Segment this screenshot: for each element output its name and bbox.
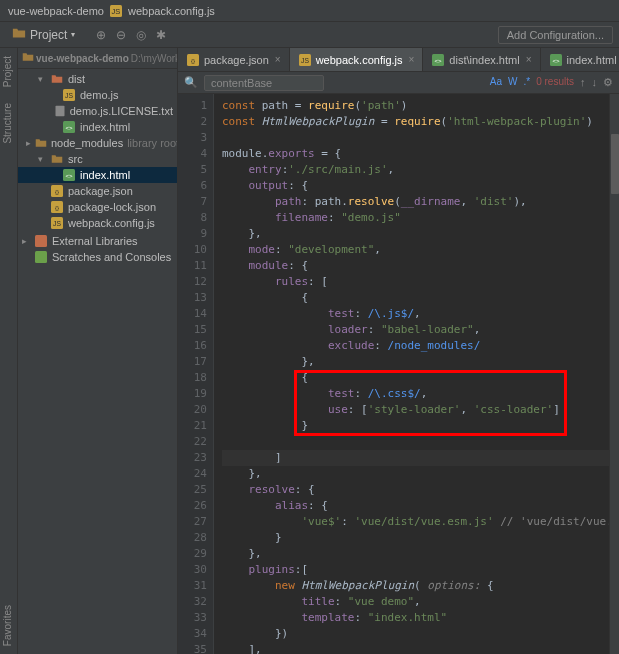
code-line[interactable]: 💡 ] — [222, 450, 609, 466]
code-line[interactable]: module: { — [222, 258, 609, 274]
code-line[interactable]: const path = require('path') — [222, 98, 609, 114]
code-line[interactable]: { — [222, 370, 609, 386]
code-line[interactable]: alias: { — [222, 498, 609, 514]
editor-tab[interactable]: <>dist\index.html× — [423, 48, 540, 71]
line-number: 16 — [178, 338, 207, 354]
scrollbar-thumb[interactable] — [611, 134, 619, 194]
folder-icon — [22, 51, 34, 65]
next-match-icon[interactable]: ↓ — [592, 76, 598, 89]
line-number: 32 — [178, 594, 207, 610]
line-number: 21 — [178, 418, 207, 434]
code-line[interactable]: filename: "demo.js" — [222, 210, 609, 226]
file-tree: ▾distJSdemo.jsdemo.js.LICENSE.txt<>index… — [18, 69, 177, 233]
file-type-icon: {} — [50, 184, 64, 198]
filter-icon[interactable]: ⚙ — [603, 76, 613, 89]
code-line[interactable]: test: /\.css$/, — [222, 386, 609, 402]
search-input[interactable] — [204, 75, 324, 91]
code-line[interactable]: entry:'./src/main.js', — [222, 162, 609, 178]
tree-item[interactable]: demo.js.LICENSE.txt — [18, 103, 177, 119]
js-file-icon: JS — [110, 5, 122, 17]
tree-item[interactable]: ▾src — [18, 151, 177, 167]
code-line[interactable]: }) — [222, 626, 609, 642]
line-number: 24 — [178, 466, 207, 482]
code-line[interactable]: title: "vue demo", — [222, 594, 609, 610]
project-view-selector[interactable]: Project ▾ — [6, 24, 81, 45]
add-configuration-button[interactable]: Add Configuration... — [498, 26, 613, 44]
collapse-icon[interactable]: ⊖ — [113, 27, 129, 43]
tree-item-hint: library root — [127, 137, 178, 149]
gear-icon[interactable]: ✱ — [153, 27, 169, 43]
line-number: 20 — [178, 402, 207, 418]
code-line[interactable]: { — [222, 290, 609, 306]
line-number: 27 — [178, 514, 207, 530]
tree-item[interactable]: {}package-lock.json — [18, 199, 177, 215]
file-type-icon: <> — [62, 168, 76, 182]
code-line[interactable]: template: "index.html" — [222, 610, 609, 626]
tree-item[interactable]: <>index.html — [18, 167, 177, 183]
code-line[interactable]: } — [222, 418, 609, 434]
tab-label: dist\index.html — [449, 54, 519, 66]
tree-item[interactable]: ▾dist — [18, 71, 177, 87]
code-content[interactable]: const path = require('path')const HtmlWe… — [214, 94, 609, 654]
tree-item[interactable]: ▸node_modules library root — [18, 135, 177, 151]
code-line[interactable]: mode: "development", — [222, 242, 609, 258]
code-line[interactable]: loader: "babel-loader", — [222, 322, 609, 338]
tree-arrow-icon[interactable]: ▾ — [38, 154, 46, 164]
line-number: 11 — [178, 258, 207, 274]
svg-text:JS: JS — [112, 7, 121, 16]
editor-tab[interactable]: JSwebpack.config.js× — [290, 48, 424, 71]
code-line[interactable]: rules: [ — [222, 274, 609, 290]
project-side-tab[interactable]: Project — [0, 48, 17, 95]
vertical-scrollbar[interactable] — [609, 94, 619, 654]
file-type-icon: JS — [50, 216, 64, 230]
code-line[interactable]: plugins:[ — [222, 562, 609, 578]
regex-toggle[interactable]: .* — [524, 76, 531, 89]
code-line[interactable]: 'vue$': 'vue/dist/vue.esm.js' // 'vue/di… — [222, 514, 609, 530]
words-toggle[interactable]: W — [508, 76, 517, 89]
tab-file-icon: JS — [298, 53, 312, 67]
tree-item[interactable]: {}package.json — [18, 183, 177, 199]
editor-tab[interactable]: {}package.json× — [178, 48, 290, 71]
match-case-toggle[interactable]: Aa — [490, 76, 502, 89]
code-line[interactable]: exclude: /node_modules/ — [222, 338, 609, 354]
code-line[interactable]: }, — [222, 466, 609, 482]
code-line[interactable]: }, — [222, 354, 609, 370]
favorites-side-tab[interactable]: Favorites — [0, 597, 17, 654]
target-icon[interactable]: ◎ — [133, 27, 149, 43]
tree-arrow-icon[interactable]: ▾ — [38, 74, 46, 84]
expand-icon[interactable]: ⊕ — [93, 27, 109, 43]
editor-tab[interactable]: <>index.html× — [541, 48, 620, 71]
prev-match-icon[interactable]: ↑ — [580, 76, 586, 89]
code-line[interactable]: } — [222, 530, 609, 546]
code-line[interactable]: resolve: { — [222, 482, 609, 498]
code-line[interactable]: new HtmlWebpackPlugin( options: { — [222, 578, 609, 594]
code-line[interactable]: test: /\.js$/, — [222, 306, 609, 322]
code-editor[interactable]: 1234567891011121314151617181920212223242… — [178, 94, 619, 654]
line-number: 10 — [178, 242, 207, 258]
code-line[interactable]: const HtmlWebpackPlugin = require('html-… — [222, 114, 609, 130]
code-line[interactable]: path: path.resolve(__dirname, 'dist'), — [222, 194, 609, 210]
tree-item[interactable]: <>index.html — [18, 119, 177, 135]
code-line[interactable]: }, — [222, 546, 609, 562]
code-line[interactable] — [222, 130, 609, 146]
code-line[interactable]: }, — [222, 226, 609, 242]
tree-item[interactable]: JSdemo.js — [18, 87, 177, 103]
scratches[interactable]: Scratches and Consoles — [18, 249, 177, 265]
code-line[interactable] — [222, 434, 609, 450]
close-icon[interactable]: × — [526, 54, 532, 65]
close-icon[interactable]: × — [409, 54, 415, 65]
external-libraries[interactable]: ▸ External Libraries — [18, 233, 177, 249]
external-libraries-label: External Libraries — [52, 235, 138, 247]
tree-item[interactable]: JSwebpack.config.js — [18, 215, 177, 231]
code-line[interactable]: ], — [222, 642, 609, 654]
line-number: 3 — [178, 130, 207, 146]
tree-arrow-icon[interactable]: ▸ — [26, 138, 31, 148]
folder-icon — [12, 26, 26, 43]
svg-rect-16 — [35, 251, 47, 263]
code-line[interactable]: output: { — [222, 178, 609, 194]
file-type-icon — [50, 72, 64, 86]
code-line[interactable]: use: ['style-loader', 'css-loader'] — [222, 402, 609, 418]
close-icon[interactable]: × — [275, 54, 281, 65]
code-line[interactable]: module.exports = { — [222, 146, 609, 162]
structure-side-tab[interactable]: Structure — [0, 95, 17, 152]
